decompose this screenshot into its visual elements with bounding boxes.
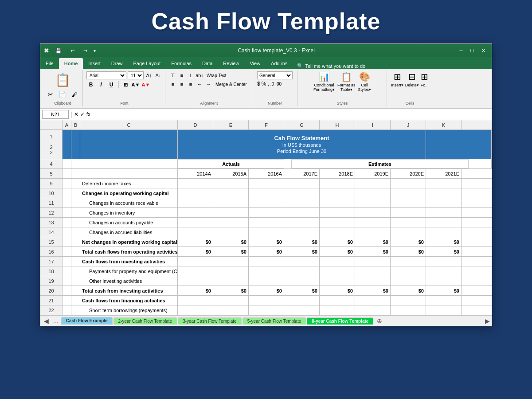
font-size-select[interactable]: 11 <box>128 71 144 79</box>
border-button[interactable]: ⊞ <box>121 80 130 89</box>
clipboard-label: Clipboard <box>54 101 71 106</box>
tab-home[interactable]: Home <box>59 58 83 69</box>
decrease-decimal-btn[interactable]: .00 <box>275 82 282 86</box>
table-row: Changes in accounts receivable <box>63 198 492 208</box>
increase-font-btn[interactable]: A↑ <box>145 71 153 79</box>
row15-i: $0 <box>355 237 391 246</box>
tab-5year[interactable]: 5-year Cash Flow Template <box>243 317 306 325</box>
tab-file[interactable]: File <box>40 58 59 69</box>
tab-data[interactable]: Data <box>197 58 218 69</box>
tab-view[interactable]: View <box>244 58 266 69</box>
table-row: Short-term borrowings (repayments) <box>63 305 492 315</box>
align-bottom-btn[interactable]: ⊥ <box>187 71 195 79</box>
font-color-button[interactable]: A▼ <box>141 80 150 89</box>
tab-8year[interactable]: 8-year Cash Flow Template <box>307 317 373 325</box>
underline-button[interactable]: U <box>107 80 116 89</box>
undo-button[interactable]: ↩ <box>68 48 77 54</box>
table-row: Other investing activities <box>63 276 492 286</box>
add-sheet-button[interactable]: ⊕ <box>377 317 382 325</box>
excel-window: ✖ 💾 ↩ ↪ ▾ Cash flow template_V0.3 - Exce… <box>40 43 492 326</box>
insert-function-btn[interactable]: fx <box>86 111 90 117</box>
year-2018e: 2018E <box>320 169 355 178</box>
redo-button[interactable]: ↪ <box>81 48 90 54</box>
number-format-select[interactable]: General <box>257 71 293 79</box>
align-middle-btn[interactable]: ≡ <box>178 71 186 79</box>
row20-j: $0 <box>391 286 426 295</box>
sheet-nav-dots[interactable]: ... <box>51 317 60 325</box>
minimize-button[interactable]: ─ <box>457 48 466 54</box>
col-header-f: F <box>249 120 284 129</box>
number-label: Number <box>268 101 282 106</box>
dollar-button[interactable]: $ <box>257 81 260 87</box>
tab-page-layout[interactable]: Page Layout <box>128 58 166 69</box>
sheet-scroll-right[interactable]: ▶ <box>485 317 490 325</box>
align-top-btn[interactable]: ⊤ <box>169 71 177 79</box>
format-painter-button[interactable]: 🖌 <box>69 90 80 99</box>
row16-d: $0 <box>178 247 213 256</box>
cancel-formula-btn[interactable]: ✕ <box>74 111 78 117</box>
row19-label: Other investing activities <box>80 276 178 286</box>
align-right-btn[interactable]: ≡ <box>187 80 195 88</box>
tab-review[interactable]: Review <box>218 58 244 69</box>
align-left-btn[interactable]: ≡ <box>169 80 177 88</box>
conditional-formatting-button[interactable]: 📊 ConditionalFormatting▾ <box>313 71 335 92</box>
cell-reference-input[interactable]: N21 <box>42 110 69 119</box>
sheet-nav-left[interactable]: ◀ <box>42 317 51 325</box>
tab-3year[interactable]: 3-year Cash Flow Template <box>178 317 242 325</box>
year-2014a: 2014A <box>178 169 213 178</box>
row20-g: $0 <box>284 286 320 295</box>
row16-f: $0 <box>249 247 284 256</box>
font-name-select[interactable]: Arial <box>86 71 126 79</box>
save-button[interactable]: 💾 <box>53 48 64 54</box>
align-center-btn[interactable]: ≡ <box>178 80 186 88</box>
orientation-btn[interactable]: ab↕ <box>196 71 203 79</box>
table-row: Cah Flow Statement In US$ thousands Peri… <box>63 130 492 159</box>
table-row: Changes in inventory <box>63 208 492 218</box>
percent-button[interactable]: % <box>262 81 266 87</box>
wrap-text-button[interactable]: Wrap Text <box>204 71 229 79</box>
format-cells-button[interactable]: ⊞ Fo... <box>421 71 429 87</box>
format-as-table-button[interactable]: 📋 Format asTable▾ <box>337 71 356 92</box>
copy-button[interactable]: 📄 <box>56 90 68 99</box>
formula-input[interactable] <box>92 110 490 119</box>
tab-2year[interactable]: 2-year Cash Flow Template <box>113 317 177 325</box>
maximize-button[interactable]: ☐ <box>467 48 477 54</box>
estimates-header: Estimates <box>291 159 469 168</box>
table-row: Cash flows from financing activities <box>63 296 492 305</box>
ribbon-tabs: File Home Insert Draw Page Layout Formul… <box>40 57 492 69</box>
comma-button[interactable]: , <box>267 81 269 87</box>
row18-label: Payments for property and equipment (CAP… <box>80 266 178 276</box>
tab-draw[interactable]: Draw <box>106 58 128 69</box>
row15-label: Net changes in operating working capital <box>80 237 178 246</box>
table-row: Total cash from investing activities $0 … <box>63 286 492 296</box>
row20-d: $0 <box>178 286 213 295</box>
row9-label: Deferred income taxes <box>80 179 178 188</box>
enter-formula-btn[interactable]: ✓ <box>80 111 85 117</box>
close-button[interactable]: ✕ <box>479 48 488 54</box>
decrease-indent-btn[interactable]: ← <box>196 80 203 88</box>
delete-cells-button[interactable]: ⊟ Delete▾ <box>405 71 419 87</box>
title-bar-left: ✖ 💾 ↩ ↪ ▾ <box>44 47 96 54</box>
bold-button[interactable]: B <box>86 80 95 89</box>
row20-f: $0 <box>249 286 284 295</box>
row15-f: $0 <box>249 237 284 246</box>
increase-decimal-btn[interactable]: .0 <box>270 82 274 86</box>
insert-cells-button[interactable]: ⊞ Insert▾ <box>391 71 403 87</box>
tab-formulas[interactable]: Formulas <box>166 58 197 69</box>
increase-indent-btn[interactable]: → <box>204 80 212 88</box>
col-header-b: B <box>71 120 80 129</box>
cut-button[interactable]: ✂ <box>46 90 55 99</box>
paste-button[interactable]: 📋 <box>53 71 73 89</box>
row10-label: Changes in operating working capital <box>80 188 178 198</box>
tab-cash-flow-example[interactable]: Cash Flow Example <box>61 317 113 325</box>
cell-styles-button[interactable]: 🎨 CellStyles▾ <box>358 71 372 92</box>
tab-add-ins[interactable]: Add-ins <box>266 58 293 69</box>
tab-insert[interactable]: Insert <box>83 58 106 69</box>
cells-group: ⊞ Insert▾ ⊟ Delete▾ ⊞ Fo... Cells <box>388 70 432 106</box>
font-label: Font <box>120 101 128 106</box>
italic-button[interactable]: I <box>97 80 106 89</box>
col-header-j: J <box>391 120 426 129</box>
fill-color-button[interactable]: A▼ <box>131 80 140 89</box>
merge-center-button[interactable]: Merge & Center <box>213 81 249 88</box>
decrease-font-btn[interactable]: A↓ <box>154 71 162 79</box>
